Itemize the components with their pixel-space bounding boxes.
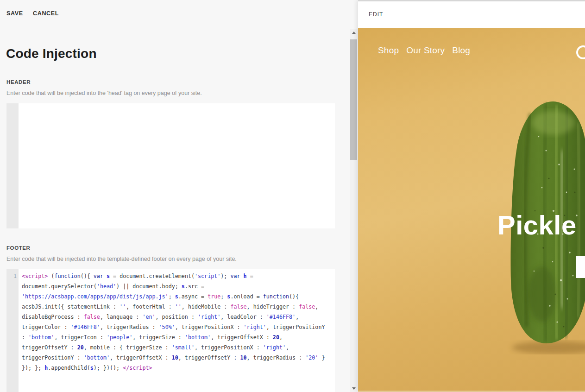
page-title: Code Injection [6,46,97,61]
footer-code-editor[interactable]: 1 <script> (function(){ var s = document… [6,269,335,392]
settings-panel: SAVE CANCEL Code Injection HEADER Enter … [0,0,358,392]
white-overlay-box [576,256,585,278]
settings-scrollbar[interactable] [350,29,358,392]
scroll-down-icon[interactable] [350,385,358,392]
header-code-editor[interactable] [6,103,335,228]
header-editor-content[interactable] [19,103,335,228]
site-heading: Pickle [497,209,577,240]
save-button[interactable]: SAVE [6,10,23,17]
nav-link-shop[interactable]: Shop [378,45,399,56]
site-preview-panel: EDIT Shop Our Story Blog [358,0,585,392]
preview-edit-bar: EDIT [358,1,585,28]
nav-link-our-story[interactable]: Our Story [406,45,445,56]
footer-code-lines[interactable]: <script> (function(){ var s = document.c… [19,269,335,392]
header-section-description: Enter code that will be injected into th… [6,90,202,96]
footer-section-label: FOOTER [6,245,31,251]
header-editor-gutter [6,103,19,228]
edit-button[interactable]: EDIT [369,11,383,18]
site-logo-ring[interactable] [576,45,585,59]
scrollbar-thumb[interactable] [350,39,357,160]
footer-section-description: Enter code that will be injected into th… [6,256,237,262]
footer-editor-gutter: 1 [6,269,19,392]
scroll-up-icon[interactable] [350,29,358,36]
header-section-label: HEADER [6,79,31,85]
site-preview: Shop Our Story Blog [358,28,585,392]
code-injection-page: SAVE CANCEL Code Injection HEADER Enter … [0,0,585,392]
cancel-button[interactable]: CANCEL [33,10,59,17]
toolbar: SAVE CANCEL [6,10,59,17]
site-nav: Shop Our Story Blog [378,45,470,56]
nav-link-blog[interactable]: Blog [452,45,470,56]
line-number: 1 [13,273,17,279]
